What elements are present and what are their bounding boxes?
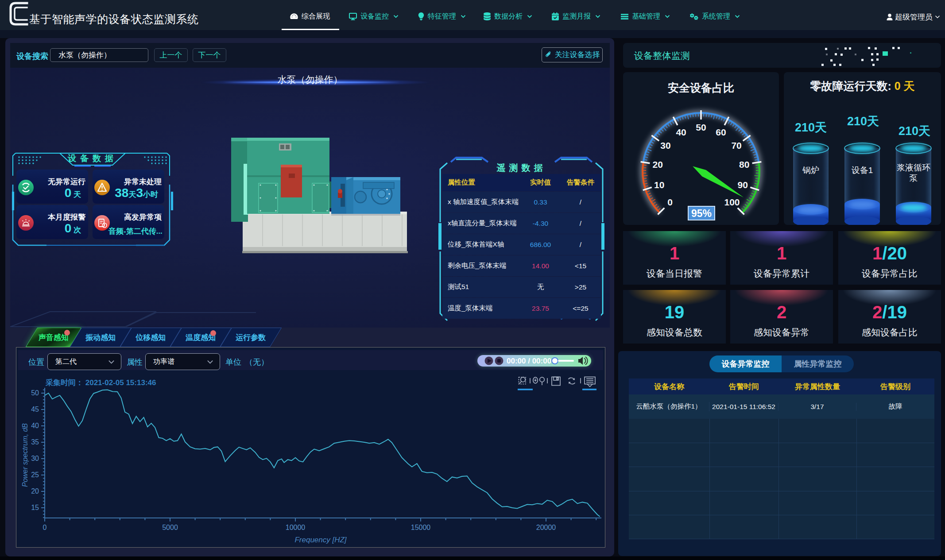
svg-text:25: 25 xyxy=(31,471,39,479)
svg-text:60: 60 xyxy=(716,127,726,137)
svg-text:10: 10 xyxy=(654,180,664,190)
svg-text:20: 20 xyxy=(653,159,663,170)
svg-text:20: 20 xyxy=(31,487,39,495)
svg-text:0: 0 xyxy=(43,524,47,531)
svg-text:40: 40 xyxy=(31,422,39,429)
svg-text:0: 0 xyxy=(667,197,673,207)
svg-text:设备1: 设备1 xyxy=(852,166,873,175)
svg-text:5000: 5000 xyxy=(162,524,178,531)
svg-text:15000: 15000 xyxy=(411,524,431,531)
svg-text:35: 35 xyxy=(31,438,39,446)
svg-text:Power spectrum, dB: Power spectrum, dB xyxy=(21,423,29,487)
svg-text:210天: 210天 xyxy=(899,124,930,138)
svg-text:210天: 210天 xyxy=(795,121,827,134)
svg-text:10000: 10000 xyxy=(286,524,306,531)
svg-text:80: 80 xyxy=(739,159,749,170)
svg-text:锅炉: 锅炉 xyxy=(802,166,819,175)
svg-text:45: 45 xyxy=(31,406,39,413)
svg-text:15: 15 xyxy=(31,504,39,511)
svg-text:30: 30 xyxy=(31,455,39,462)
svg-text:50: 50 xyxy=(31,389,39,397)
svg-text:70: 70 xyxy=(731,140,741,151)
svg-text:40: 40 xyxy=(676,127,686,137)
svg-text:20000: 20000 xyxy=(536,524,556,531)
svg-text:210天: 210天 xyxy=(847,115,879,128)
svg-text:50: 50 xyxy=(696,122,706,132)
svg-text:95%: 95% xyxy=(691,208,712,219)
svg-text:100: 100 xyxy=(724,197,740,207)
svg-text:30: 30 xyxy=(660,140,670,151)
svg-text:Frequency [HZ]: Frequency [HZ] xyxy=(294,536,347,544)
svg-text:浆液循环: 浆液循环 xyxy=(897,163,930,172)
svg-text:泵: 泵 xyxy=(910,174,918,183)
svg-text:90: 90 xyxy=(738,180,748,190)
